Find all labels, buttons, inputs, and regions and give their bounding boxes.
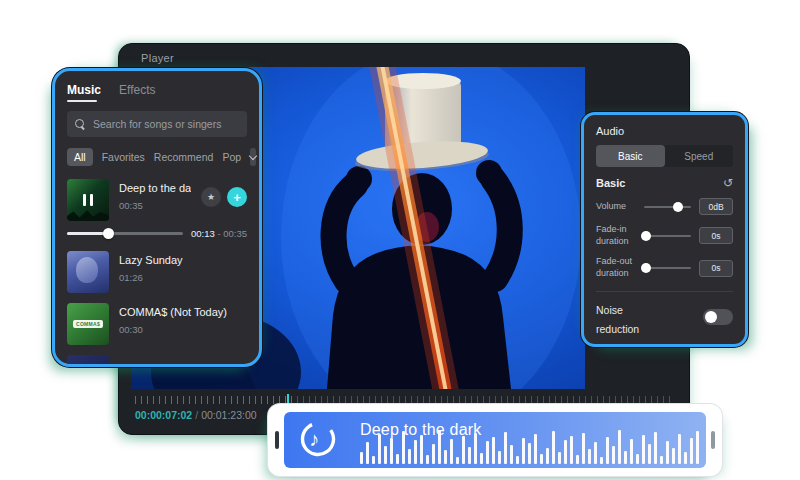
song-row-commas[interactable]: COMMA$ COMMA$ (Not Today) 00:30 [67, 303, 247, 345]
timecode: 00:00:07:02/00:01:23:00 [135, 409, 257, 421]
noise-reduction-label: Noise reduction [596, 301, 656, 339]
song-duration: 01:26 [119, 272, 247, 283]
song-thumbnail[interactable]: COMMA$ [67, 303, 109, 345]
volume-row: Volume 0dB [596, 198, 733, 215]
fade-out-knob[interactable] [641, 263, 651, 273]
timecode-total: 00:01:23:00 [201, 409, 256, 421]
screenshot-root: Player [0, 0, 800, 480]
search-icon [75, 119, 85, 129]
search-input[interactable] [91, 117, 239, 131]
reset-icon[interactable]: ↺ [723, 177, 733, 189]
tab-basic[interactable]: Basic [596, 145, 665, 167]
audio-panel-title: Audio [596, 125, 733, 137]
ruler-ticks-played [135, 396, 292, 404]
music-note-icon: ♪ [298, 419, 338, 459]
song-thumbnail[interactable] [67, 251, 109, 293]
song-duration: 00:35 [119, 200, 191, 211]
noise-reduction-toggle[interactable] [703, 309, 733, 325]
filter-pop[interactable]: Pop [222, 151, 241, 163]
song-row-deep-to-the-dark[interactable]: Deep to the dark 00:35 ★ + [67, 179, 247, 221]
progress-current: 00:13 [191, 228, 215, 239]
song-row-lazy-sunday[interactable]: Lazy Sunday 01:26 [67, 251, 247, 293]
add-to-timeline-button[interactable]: + [227, 187, 247, 207]
search-box[interactable] [67, 111, 247, 137]
star-icon: ★ [207, 192, 215, 202]
filter-chips: All Favorites Recommend Pop [67, 147, 247, 167]
song-progress-slider[interactable] [67, 232, 183, 235]
song-progress-knob[interactable] [103, 228, 114, 239]
song-title: COMMA$ (Not Today) [119, 306, 247, 318]
fade-in-row: Fade-in duration 0s [596, 224, 733, 247]
filter-recommend[interactable]: Recommend [154, 151, 214, 163]
timecode-current: 00:00:07:02 [135, 409, 192, 421]
song-duration: 00:30 [119, 324, 247, 335]
audio-clip[interactable]: ♪ Deep to the dark [284, 412, 706, 468]
song-thumbnail[interactable] [67, 355, 109, 367]
audio-panel: Audio Basic Speed Basic ↺ Volume 0dB Fad… [581, 112, 748, 347]
fade-in-slider[interactable] [644, 235, 691, 237]
tab-effects[interactable]: Effects [119, 83, 155, 97]
music-panel: Music Effects All Favorites Recommend Po… [52, 68, 262, 367]
audio-tabs: Basic Speed [596, 145, 733, 167]
fade-in-knob[interactable] [641, 231, 651, 241]
audio-clip-strip[interactable]: ♪ Deep to the dark [268, 404, 722, 476]
filter-more-button[interactable] [250, 148, 256, 166]
chevron-down-icon [249, 151, 257, 159]
song-progress: 00:13 - 00:35 [67, 225, 247, 241]
fade-out-slider[interactable] [644, 267, 691, 269]
fade-out-row: Fade-out duration 0s [596, 256, 733, 279]
favorite-button[interactable]: ★ [201, 187, 221, 207]
svg-text:♪: ♪ [309, 428, 319, 450]
section-basic-label: Basic [596, 177, 625, 189]
divider [596, 291, 733, 292]
fade-in-value[interactable]: 0s [699, 227, 733, 244]
clip-trim-handle-right[interactable] [711, 431, 715, 449]
filter-favorites[interactable]: Favorites [102, 151, 145, 163]
progress-total: 00:35 [223, 228, 247, 239]
plus-icon: + [233, 191, 241, 204]
fade-in-label: Fade-in duration [596, 224, 636, 247]
volume-value[interactable]: 0dB [699, 198, 733, 215]
song-thumbnail[interactable] [67, 179, 109, 221]
music-panel-tabs: Music Effects [67, 83, 247, 101]
tab-speed[interactable]: Speed [665, 145, 734, 167]
tab-music[interactable]: Music [67, 83, 101, 97]
volume-label: Volume [596, 201, 636, 213]
filter-all[interactable]: All [67, 148, 93, 166]
volume-knob[interactable] [673, 202, 683, 212]
player-window-title: Player [141, 52, 174, 64]
clip-trim-handle-left[interactable] [275, 431, 279, 449]
song-title: Lazy Sunday [119, 254, 247, 266]
fade-out-value[interactable]: 0s [699, 260, 733, 277]
thumb-label: COMMA$ [73, 320, 103, 328]
timecode-separator: / [195, 409, 198, 421]
pause-icon [83, 194, 93, 206]
volume-slider[interactable] [644, 206, 691, 208]
fade-out-label: Fade-out duration [596, 256, 636, 279]
song-row-partial[interactable] [67, 355, 247, 367]
song-title: Deep to the dark [119, 182, 191, 194]
progress-separator: - [215, 228, 223, 239]
waveform [360, 428, 700, 464]
